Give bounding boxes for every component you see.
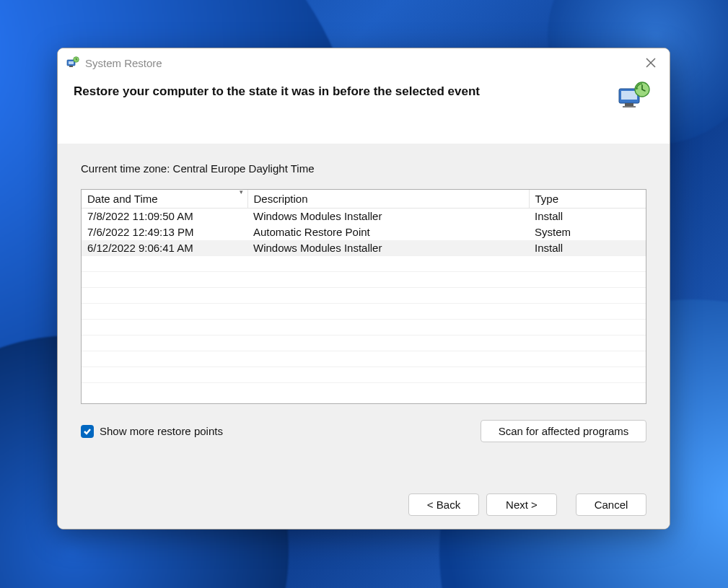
svg-rect-1 bbox=[69, 61, 74, 64]
wizard-header: Restore your computer to the state it wa… bbox=[58, 77, 670, 144]
wizard-content: Current time zone: Central Europe Daylig… bbox=[58, 144, 670, 483]
empty-row bbox=[82, 304, 646, 320]
empty-row bbox=[82, 288, 646, 304]
titlebar: System Restore bbox=[58, 48, 670, 77]
table-cell: 7/8/2022 11:09:50 AM bbox=[82, 209, 247, 224]
sort-descending-icon: ▾ bbox=[240, 189, 243, 196]
table-cell: 7/6/2022 12:49:13 PM bbox=[82, 224, 247, 240]
table-row[interactable]: 7/8/2022 11:09:50 AMWindows Modules Inst… bbox=[82, 209, 646, 224]
system-restore-icon bbox=[66, 56, 79, 69]
checkbox-checked-icon bbox=[81, 425, 94, 438]
restore-points-table[interactable]: Date and Time ▾ Description Type 7/8/202… bbox=[81, 189, 646, 404]
close-button[interactable] bbox=[639, 51, 662, 74]
scan-affected-programs-button[interactable]: Scan for affected programs bbox=[481, 420, 646, 442]
empty-row bbox=[82, 367, 646, 383]
column-header-label: Type bbox=[535, 193, 559, 205]
system-restore-window: System Restore Restore your computer to … bbox=[57, 48, 670, 530]
checkbox-label: Show more restore points bbox=[100, 425, 223, 437]
table-cell: Windows Modules Installer bbox=[247, 240, 529, 256]
column-header-datetime[interactable]: Date and Time ▾ bbox=[82, 190, 247, 209]
table-cell: Install bbox=[529, 209, 646, 224]
column-header-label: Description bbox=[254, 193, 308, 205]
back-button[interactable]: < Back bbox=[408, 493, 479, 516]
window-title: System Restore bbox=[85, 57, 162, 69]
cancel-button[interactable]: Cancel bbox=[576, 493, 646, 516]
show-more-restore-points-checkbox[interactable]: Show more restore points bbox=[81, 425, 223, 438]
empty-row bbox=[82, 335, 646, 351]
page-heading: Restore your computer to the state it wa… bbox=[74, 84, 610, 99]
wizard-footer: < Back Next > Cancel bbox=[58, 483, 670, 529]
table-cell: Install bbox=[529, 240, 646, 256]
svg-rect-2 bbox=[69, 66, 73, 67]
table-cell: Windows Modules Installer bbox=[247, 209, 529, 224]
system-restore-large-icon bbox=[618, 82, 651, 110]
empty-row bbox=[82, 383, 646, 399]
empty-row bbox=[82, 272, 646, 288]
table-row[interactable]: 6/12/2022 9:06:41 AMWindows Modules Inst… bbox=[82, 240, 646, 256]
svg-rect-7 bbox=[623, 106, 636, 107]
table-cell: Automatic Restore Point bbox=[247, 224, 529, 240]
table-row[interactable]: 7/6/2022 12:49:13 PMAutomatic Restore Po… bbox=[82, 224, 646, 240]
svg-rect-5 bbox=[621, 91, 637, 100]
empty-row bbox=[82, 320, 646, 335]
table-cell: 6/12/2022 9:06:41 AM bbox=[82, 240, 247, 256]
empty-row bbox=[82, 256, 646, 272]
timezone-label: Current time zone: Central Europe Daylig… bbox=[81, 162, 646, 175]
column-header-type[interactable]: Type bbox=[529, 190, 646, 209]
svg-rect-6 bbox=[625, 103, 633, 106]
next-button[interactable]: Next > bbox=[486, 493, 557, 516]
column-header-description[interactable]: Description bbox=[247, 190, 529, 209]
table-cell: System bbox=[529, 224, 646, 240]
column-header-label: Date and Time bbox=[87, 193, 158, 205]
empty-row bbox=[82, 351, 646, 367]
